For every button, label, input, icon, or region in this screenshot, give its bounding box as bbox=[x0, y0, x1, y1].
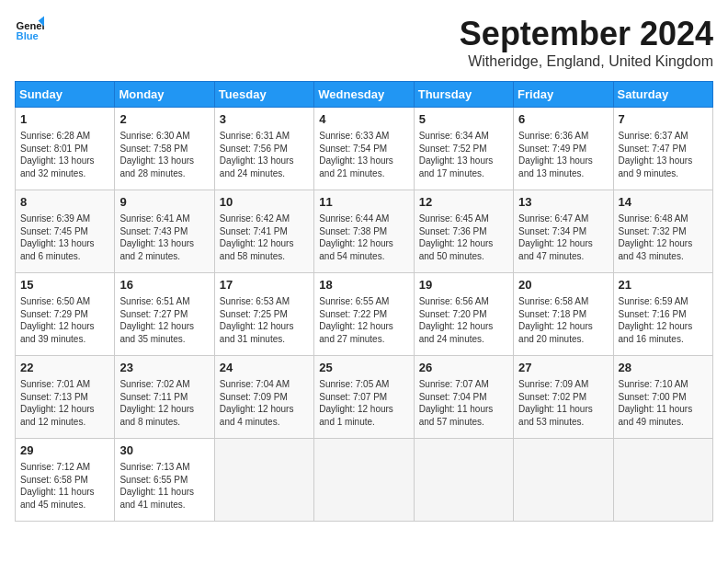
calendar-cell: 16Sunrise: 6:51 AM Sunset: 7:27 PM Dayli… bbox=[115, 273, 214, 356]
day-info: Sunrise: 6:33 AM Sunset: 7:54 PM Dayligh… bbox=[319, 130, 408, 179]
day-number: 13 bbox=[518, 194, 608, 211]
day-info: Sunrise: 6:53 AM Sunset: 7:25 PM Dayligh… bbox=[220, 295, 309, 345]
day-number: 24 bbox=[220, 360, 309, 376]
day-number: 7 bbox=[619, 111, 708, 128]
svg-text:Blue: Blue bbox=[17, 30, 39, 41]
header-thursday: Thursday bbox=[414, 82, 513, 108]
week-row-3: 15Sunrise: 6:50 AM Sunset: 7:29 PM Dayli… bbox=[16, 273, 713, 356]
week-row-4: 22Sunrise: 7:01 AM Sunset: 7:13 PM Dayli… bbox=[16, 356, 713, 439]
day-number: 1 bbox=[20, 111, 109, 128]
calendar-title: September 2024 bbox=[460, 15, 713, 53]
calendar-cell bbox=[314, 439, 414, 522]
week-row-1: 1Sunrise: 6:28 AM Sunset: 8:01 PM Daylig… bbox=[16, 108, 713, 190]
header-friday: Friday bbox=[514, 82, 613, 108]
day-info: Sunrise: 6:36 AM Sunset: 7:49 PM Dayligh… bbox=[518, 130, 608, 179]
day-number: 15 bbox=[20, 277, 109, 293]
title-section: September 2024 Witheridge, England, Unit… bbox=[460, 15, 713, 70]
calendar-header-row: SundayMondayTuesdayWednesdayThursdayFrid… bbox=[16, 82, 713, 108]
day-number: 26 bbox=[419, 360, 508, 376]
day-info: Sunrise: 6:41 AM Sunset: 7:43 PM Dayligh… bbox=[119, 213, 209, 262]
day-number: 2 bbox=[119, 111, 209, 128]
day-info: Sunrise: 6:45 AM Sunset: 7:36 PM Dayligh… bbox=[419, 213, 508, 262]
calendar-cell: 30Sunrise: 7:13 AM Sunset: 6:55 PM Dayli… bbox=[115, 439, 214, 522]
day-info: Sunrise: 6:47 AM Sunset: 7:34 PM Dayligh… bbox=[518, 213, 608, 262]
day-info: Sunrise: 6:59 AM Sunset: 7:16 PM Dayligh… bbox=[619, 295, 708, 345]
day-number: 6 bbox=[518, 111, 608, 128]
day-info: Sunrise: 6:42 AM Sunset: 7:41 PM Dayligh… bbox=[220, 213, 309, 262]
day-number: 4 bbox=[319, 111, 408, 128]
calendar-cell: 3Sunrise: 6:31 AM Sunset: 7:56 PM Daylig… bbox=[214, 108, 313, 190]
calendar-cell: 28Sunrise: 7:10 AM Sunset: 7:00 PM Dayli… bbox=[613, 356, 712, 439]
calendar-cell: 9Sunrise: 6:41 AM Sunset: 7:43 PM Daylig… bbox=[115, 190, 214, 273]
day-info: Sunrise: 6:28 AM Sunset: 8:01 PM Dayligh… bbox=[20, 130, 109, 179]
day-info: Sunrise: 7:01 AM Sunset: 7:13 PM Dayligh… bbox=[20, 378, 109, 428]
day-number: 14 bbox=[619, 194, 708, 211]
day-info: Sunrise: 7:04 AM Sunset: 7:09 PM Dayligh… bbox=[220, 378, 309, 428]
calendar-cell: 22Sunrise: 7:01 AM Sunset: 7:13 PM Dayli… bbox=[16, 356, 115, 439]
day-number: 21 bbox=[619, 277, 708, 293]
calendar-cell bbox=[414, 439, 513, 522]
page-header: General Blue September 2024 Witheridge, … bbox=[15, 15, 713, 70]
header-wednesday: Wednesday bbox=[314, 82, 414, 108]
calendar-cell: 24Sunrise: 7:04 AM Sunset: 7:09 PM Dayli… bbox=[214, 356, 313, 439]
day-number: 25 bbox=[319, 360, 408, 376]
logo: General Blue bbox=[15, 15, 44, 44]
calendar-cell bbox=[613, 439, 712, 522]
calendar-cell: 17Sunrise: 6:53 AM Sunset: 7:25 PM Dayli… bbox=[214, 273, 313, 356]
day-number: 5 bbox=[419, 111, 508, 128]
calendar-cell: 15Sunrise: 6:50 AM Sunset: 7:29 PM Dayli… bbox=[16, 273, 115, 356]
calendar-cell: 6Sunrise: 6:36 AM Sunset: 7:49 PM Daylig… bbox=[514, 108, 613, 190]
calendar-cell: 14Sunrise: 6:48 AM Sunset: 7:32 PM Dayli… bbox=[613, 190, 712, 273]
day-number: 20 bbox=[518, 277, 608, 293]
calendar-cell: 26Sunrise: 7:07 AM Sunset: 7:04 PM Dayli… bbox=[414, 356, 513, 439]
day-number: 12 bbox=[419, 194, 508, 211]
day-number: 28 bbox=[619, 360, 708, 376]
day-number: 3 bbox=[220, 111, 309, 128]
day-number: 23 bbox=[119, 360, 209, 376]
day-number: 29 bbox=[20, 442, 109, 459]
day-number: 8 bbox=[20, 194, 109, 211]
day-info: Sunrise: 7:12 AM Sunset: 6:58 PM Dayligh… bbox=[20, 461, 109, 511]
day-info: Sunrise: 6:55 AM Sunset: 7:22 PM Dayligh… bbox=[319, 295, 408, 345]
day-info: Sunrise: 7:07 AM Sunset: 7:04 PM Dayligh… bbox=[419, 378, 508, 428]
calendar-cell: 21Sunrise: 6:59 AM Sunset: 7:16 PM Dayli… bbox=[613, 273, 712, 356]
day-info: Sunrise: 7:05 AM Sunset: 7:07 PM Dayligh… bbox=[319, 378, 408, 428]
calendar-cell: 13Sunrise: 6:47 AM Sunset: 7:34 PM Dayli… bbox=[514, 190, 613, 273]
day-info: Sunrise: 6:44 AM Sunset: 7:38 PM Dayligh… bbox=[319, 213, 408, 262]
day-number: 17 bbox=[220, 277, 309, 293]
day-number: 10 bbox=[220, 194, 309, 211]
calendar-cell: 18Sunrise: 6:55 AM Sunset: 7:22 PM Dayli… bbox=[314, 273, 414, 356]
header-monday: Monday bbox=[115, 82, 214, 108]
day-info: Sunrise: 7:02 AM Sunset: 7:11 PM Dayligh… bbox=[119, 378, 209, 428]
calendar-cell: 25Sunrise: 7:05 AM Sunset: 7:07 PM Dayli… bbox=[314, 356, 414, 439]
day-number: 11 bbox=[319, 194, 408, 211]
day-number: 19 bbox=[419, 277, 508, 293]
calendar-table: SundayMondayTuesdayWednesdayThursdayFrid… bbox=[15, 81, 713, 522]
day-info: Sunrise: 7:13 AM Sunset: 6:55 PM Dayligh… bbox=[119, 461, 209, 511]
calendar-cell: 1Sunrise: 6:28 AM Sunset: 8:01 PM Daylig… bbox=[16, 108, 115, 190]
calendar-cell bbox=[514, 439, 613, 522]
calendar-cell: 2Sunrise: 6:30 AM Sunset: 7:58 PM Daylig… bbox=[115, 108, 214, 190]
day-info: Sunrise: 6:50 AM Sunset: 7:29 PM Dayligh… bbox=[20, 295, 109, 345]
calendar-cell: 29Sunrise: 7:12 AM Sunset: 6:58 PM Dayli… bbox=[16, 439, 115, 522]
week-row-5: 29Sunrise: 7:12 AM Sunset: 6:58 PM Dayli… bbox=[16, 439, 713, 522]
calendar-cell: 10Sunrise: 6:42 AM Sunset: 7:41 PM Dayli… bbox=[214, 190, 313, 273]
day-info: Sunrise: 6:37 AM Sunset: 7:47 PM Dayligh… bbox=[619, 130, 708, 179]
calendar-cell: 23Sunrise: 7:02 AM Sunset: 7:11 PM Dayli… bbox=[115, 356, 214, 439]
week-row-2: 8Sunrise: 6:39 AM Sunset: 7:45 PM Daylig… bbox=[16, 190, 713, 273]
calendar-cell: 4Sunrise: 6:33 AM Sunset: 7:54 PM Daylig… bbox=[314, 108, 414, 190]
day-info: Sunrise: 6:48 AM Sunset: 7:32 PM Dayligh… bbox=[619, 213, 708, 262]
day-info: Sunrise: 6:56 AM Sunset: 7:20 PM Dayligh… bbox=[419, 295, 508, 345]
day-info: Sunrise: 6:51 AM Sunset: 7:27 PM Dayligh… bbox=[119, 295, 209, 345]
logo-icon: General Blue bbox=[15, 15, 44, 44]
calendar-cell: 11Sunrise: 6:44 AM Sunset: 7:38 PM Dayli… bbox=[314, 190, 414, 273]
day-info: Sunrise: 6:31 AM Sunset: 7:56 PM Dayligh… bbox=[220, 130, 309, 179]
calendar-cell: 27Sunrise: 7:09 AM Sunset: 7:02 PM Dayli… bbox=[514, 356, 613, 439]
day-info: Sunrise: 7:10 AM Sunset: 7:00 PM Dayligh… bbox=[619, 378, 708, 428]
calendar-cell: 12Sunrise: 6:45 AM Sunset: 7:36 PM Dayli… bbox=[414, 190, 513, 273]
calendar-cell: 19Sunrise: 6:56 AM Sunset: 7:20 PM Dayli… bbox=[414, 273, 513, 356]
calendar-cell: 8Sunrise: 6:39 AM Sunset: 7:45 PM Daylig… bbox=[16, 190, 115, 273]
day-number: 16 bbox=[119, 277, 209, 293]
day-number: 9 bbox=[119, 194, 209, 211]
header-sunday: Sunday bbox=[16, 82, 115, 108]
